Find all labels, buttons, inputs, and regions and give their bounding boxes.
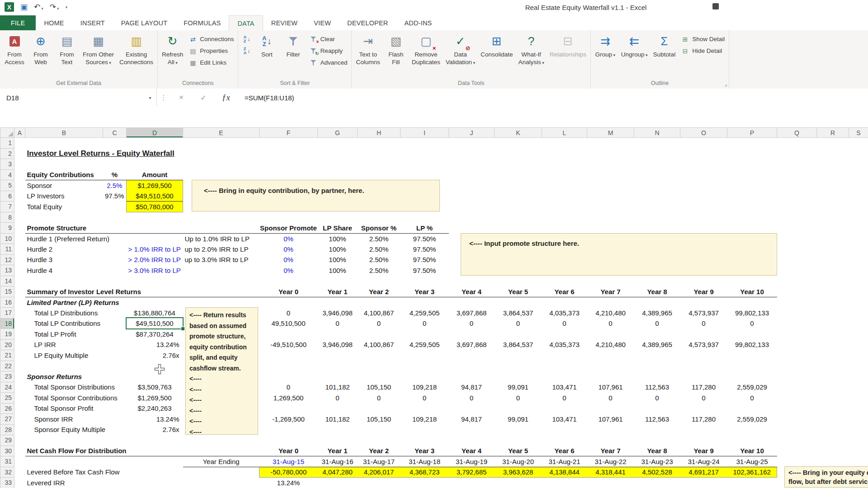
cell-N29[interactable]: [634, 435, 680, 446]
cell-S31[interactable]: [849, 456, 868, 467]
cell-A1[interactable]: [14, 138, 25, 149]
cell-P23[interactable]: [727, 371, 777, 382]
cell-G29[interactable]: [318, 435, 358, 446]
cell-F13[interactable]: 0%: [259, 265, 318, 276]
cell-J33[interactable]: [449, 478, 495, 488]
cell-C18[interactable]: [103, 318, 127, 329]
cell-B12[interactable]: Hurdle 3: [25, 254, 103, 265]
row-header-23[interactable]: 23: [0, 371, 14, 382]
cell-K1[interactable]: [495, 138, 542, 149]
cell-E3[interactable]: [183, 159, 259, 170]
cell-G13[interactable]: 100%: [318, 265, 358, 276]
cell-G10[interactable]: 100%: [318, 233, 358, 244]
cell-L32[interactable]: 4,138,844: [542, 467, 587, 478]
cell-O33[interactable]: [680, 478, 727, 488]
cell-S27[interactable]: [849, 414, 868, 425]
cell-O29[interactable]: [680, 435, 727, 446]
cell-G3[interactable]: [318, 159, 358, 170]
cell-S12[interactable]: [849, 254, 868, 265]
row-header-3[interactable]: 3: [0, 159, 14, 170]
cell-Q25[interactable]: [777, 393, 817, 404]
cell-H23[interactable]: [358, 371, 401, 382]
cell-E30[interactable]: [183, 446, 259, 456]
cell-S30[interactable]: [849, 446, 868, 456]
cell-J14[interactable]: [449, 276, 495, 286]
cell-P20[interactable]: 99,802,133: [727, 339, 777, 350]
cell-M8[interactable]: [587, 212, 634, 223]
redo-button[interactable]: ↷ ▾: [50, 3, 59, 11]
cell-F1[interactable]: [259, 138, 318, 149]
column-header-F[interactable]: F: [259, 128, 318, 138]
cell-P31[interactable]: 31-Aug-25: [727, 456, 777, 467]
cell-S29[interactable]: [849, 435, 868, 446]
row-header-21[interactable]: 21: [0, 350, 14, 361]
cell-Q5[interactable]: [777, 180, 817, 191]
cell-H4[interactable]: [358, 169, 401, 180]
cell-H11[interactable]: 2.50%: [358, 244, 401, 255]
cell-Q2[interactable]: [777, 148, 817, 159]
cell-D7[interactable]: $50,780,000: [127, 202, 183, 212]
cell-N3[interactable]: [634, 159, 680, 170]
cell-I11[interactable]: 97.50%: [401, 244, 449, 255]
cell-S26[interactable]: [849, 403, 868, 414]
cell-L29[interactable]: [542, 435, 587, 446]
cell-A25[interactable]: [14, 393, 25, 404]
cell-J15[interactable]: Year 4: [449, 286, 495, 297]
cell-E2[interactable]: [183, 148, 259, 159]
cell-A22[interactable]: [14, 361, 25, 371]
cell-I1[interactable]: [401, 138, 449, 149]
cell-R25[interactable]: [817, 393, 849, 404]
from-text-button[interactable]: ▤FromText: [54, 31, 80, 76]
cell-N2[interactable]: [634, 148, 680, 159]
row-header-1[interactable]: 1: [0, 138, 14, 149]
cell-G16[interactable]: [318, 297, 358, 308]
cell-F3[interactable]: [259, 159, 318, 170]
cell-P15[interactable]: Year 10: [727, 286, 777, 297]
cell-S24[interactable]: [849, 382, 868, 393]
cell-M16[interactable]: [587, 297, 634, 308]
cell-I16[interactable]: [401, 297, 449, 308]
cell-S25[interactable]: [849, 393, 868, 404]
cell-O2[interactable]: [680, 148, 727, 159]
show-detail-button[interactable]: ⊞Show Detail: [681, 35, 725, 43]
cell-P16[interactable]: [727, 297, 777, 308]
cell-B25[interactable]: Total Sponsor Contributions: [25, 393, 103, 404]
cell-I29[interactable]: [401, 435, 449, 446]
cell-E32[interactable]: [183, 467, 259, 478]
cell-C1[interactable]: [103, 138, 127, 149]
cell-D6[interactable]: $49,510,500: [127, 191, 183, 202]
cell-A7[interactable]: [14, 202, 25, 212]
cell-D21[interactable]: 2.76x: [127, 350, 183, 361]
cell-L25[interactable]: 0: [542, 393, 587, 404]
cell-N15[interactable]: Year 8: [634, 286, 680, 297]
cell-K4[interactable]: [495, 169, 542, 180]
row-header-7[interactable]: 7: [0, 202, 14, 212]
cell-S4[interactable]: [849, 169, 868, 180]
cell-R18[interactable]: [817, 318, 849, 329]
cell-P5[interactable]: [727, 180, 777, 191]
cell-P32[interactable]: 102,361,162: [727, 467, 777, 478]
cell-D13[interactable]: > 3.0% IRR to LP: [127, 265, 183, 276]
cell-R6[interactable]: [817, 191, 849, 202]
cell-N1[interactable]: [634, 138, 680, 149]
cell-M29[interactable]: [587, 435, 634, 446]
cell-N33[interactable]: [634, 478, 680, 488]
cell-R29[interactable]: [817, 435, 849, 446]
cell-P1[interactable]: [727, 138, 777, 149]
cell-O6[interactable]: [680, 191, 727, 202]
cell-K33[interactable]: [495, 478, 542, 488]
cell-H25[interactable]: 0: [358, 393, 401, 404]
cell-L15[interactable]: Year 6: [542, 286, 587, 297]
column-header-M[interactable]: M: [587, 128, 634, 138]
cell-O28[interactable]: [680, 424, 727, 435]
cell-J18[interactable]: 0: [449, 318, 495, 329]
column-header-C[interactable]: C: [103, 128, 127, 138]
cell-I8[interactable]: [401, 212, 449, 223]
cell-M18[interactable]: 0: [587, 318, 634, 329]
sort-z-to-a-button[interactable]: ZA↓: [242, 47, 251, 55]
cell-G23[interactable]: [318, 371, 358, 382]
from-access-button[interactable]: AFromAccess: [1, 31, 28, 76]
column-header-R[interactable]: R: [817, 128, 849, 138]
cell-D4[interactable]: Amount: [127, 169, 183, 180]
ungroup-button[interactable]: ⇇Ungroup ▾: [618, 31, 651, 76]
